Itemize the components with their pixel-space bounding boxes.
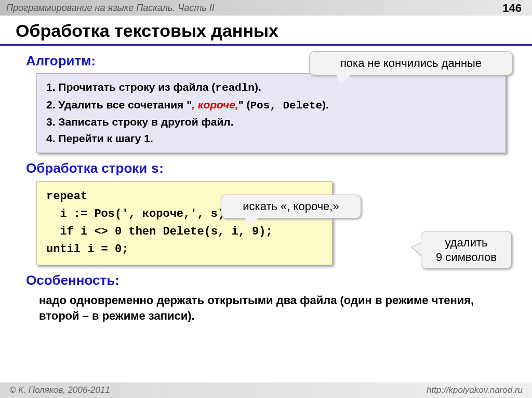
feature-heading: Особенность:	[26, 272, 511, 289]
page-number: 146	[502, 2, 522, 15]
processing-heading: Обработка строки s:	[26, 160, 511, 177]
feature-text: надо одновременно держать открытыми два …	[39, 293, 511, 323]
breadcrumb: Программирование на языке Паскаль. Часть…	[6, 3, 215, 13]
callout-search: искать «, короче,»	[221, 195, 361, 218]
algo-step-2: 2. Удалить все сочетания ", короче," (Po…	[46, 97, 496, 114]
content-area: Алгоритм: 1. Прочитать строку из файла (…	[0, 53, 532, 324]
copyright: © К. Поляков, 2006-2011	[9, 385, 110, 395]
callout-while-data: пока не кончились данные	[309, 51, 513, 75]
page-title: Обработка текстовых данных	[0, 16, 532, 46]
algorithm-box: 1. Прочитать строку из файла (readln). 2…	[36, 73, 506, 153]
footer-bar: © К. Поляков, 2006-2011 http://kpolyakov…	[0, 382, 532, 398]
header-bar: Программирование на языке Паскаль. Часть…	[0, 0, 532, 16]
footer-url: http://kpolyakov.narod.ru	[427, 385, 523, 395]
code-box: repeat i := Pos(', короче,', s); if i <>…	[36, 181, 332, 265]
algo-step-4: 4. Перейти к шагу 1.	[46, 130, 496, 147]
callout-delete: удалить 9 символов	[421, 231, 512, 269]
algo-step-3: 3. Записать строку в другой файл.	[46, 114, 496, 130]
algo-step-1: 1. Прочитать строку из файла (readln).	[46, 79, 496, 97]
